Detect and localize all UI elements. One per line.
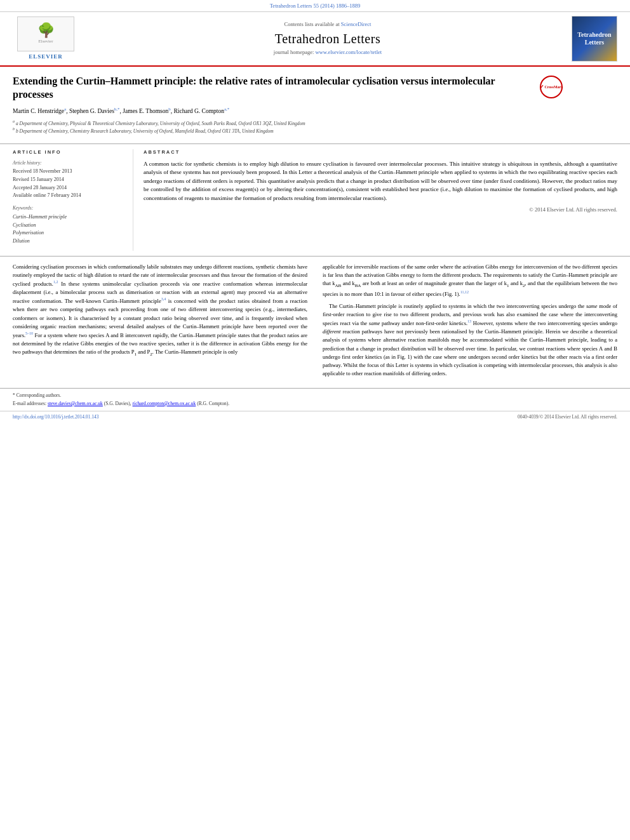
journal-homepage-link[interactable]: www.elsevier.com/locate/tetlet xyxy=(315,49,382,55)
keyword-2: Cyclisation xyxy=(13,222,123,230)
article-section: Extending the Curtin–Hammett principle: … xyxy=(0,67,630,144)
journal-header-center: Contents lists available at ScienceDirec… xyxy=(89,16,566,62)
doi-bar: http://dx.doi.org/10.1016/j.tetlet.2014.… xyxy=(0,411,630,423)
crossmark-badge: ✓CrossMark xyxy=(540,76,563,98)
abstract-label: ABSTRACT xyxy=(144,149,617,156)
keyword-3: Polymerisation xyxy=(13,229,123,237)
keywords-list: Curtin–Hammett principle Cyclisation Pol… xyxy=(13,213,123,246)
affiliations: a a Department of Chemistry, Physical & … xyxy=(13,119,617,135)
abstract-column: ABSTRACT A common tactic for synthetic c… xyxy=(133,149,617,251)
article-title: Extending the Curtin–Hammett principle: … xyxy=(13,74,533,102)
abstract-text: A common tactic for synthetic chemists i… xyxy=(144,160,617,203)
author-davies: Stephen G. Davies xyxy=(69,108,114,114)
keyword-4: Dilution xyxy=(13,237,123,246)
affiliation-b: b b Department of Chemistry, Chemistry R… xyxy=(13,126,617,135)
author-thomson: James E. Thomson xyxy=(123,108,168,114)
page: Tetrahedron Letters 55 (2014) 1886–1889 … xyxy=(0,0,630,840)
body-section: Considering cyclisation processes in whi… xyxy=(0,257,630,388)
affiliation-a: a a Department of Chemistry, Physical & … xyxy=(13,119,617,127)
keywords-label: Keywords: xyxy=(13,205,123,212)
journal-reference: Tetrahedron Letters 55 (2014) 1886–1889 xyxy=(270,3,360,9)
journal-name: Tetrahedron Letters xyxy=(89,30,566,48)
keywords-group: Keywords: Curtin–Hammett principle Cycli… xyxy=(13,205,123,246)
keyword-1: Curtin–Hammett principle xyxy=(13,213,123,222)
corresponding-note: * Corresponding authors. xyxy=(13,392,617,399)
sciencedirect-link: Contents lists available at ScienceDirec… xyxy=(89,21,566,29)
author-henstridge: Martin C. Henstridge xyxy=(13,108,64,114)
body-para-1: Considering cyclisation processes in whi… xyxy=(13,263,307,358)
elsevier-logo-box: 🌳 Elsevier xyxy=(17,17,74,51)
tetrahedron-logo: Tetrahedron Letters xyxy=(572,16,617,62)
article-info-column: ARTICLE INFO Article history: Received 1… xyxy=(13,149,133,251)
copyright-notice: © 2014 Elsevier Ltd. All rights reserved… xyxy=(144,206,617,214)
article-history: Article history: Received 18 November 20… xyxy=(13,160,123,201)
elsevier-text: ELSEVIER xyxy=(29,53,63,61)
footnotes: * Corresponding authors. E-mail addresse… xyxy=(0,388,630,411)
elsevier-tree-icon: 🌳 xyxy=(37,23,55,37)
email-addresses: E-mail addresses: steve.davies@chem.ox.a… xyxy=(13,401,617,408)
email1-link[interactable]: steve.davies@chem.ox.ac.uk xyxy=(48,401,103,406)
issn-text: 0040-4039/© 2014 Elsevier Ltd. All right… xyxy=(518,414,617,421)
received-date: Received 18 November 2013 Revised 15 Jan… xyxy=(13,168,123,200)
tetrahedron-logo-area: Tetrahedron Letters xyxy=(572,16,622,62)
body-column-left: Considering cyclisation processes in whi… xyxy=(13,263,315,382)
top-bar: Tetrahedron Letters 55 (2014) 1886–1889 xyxy=(0,0,630,12)
journal-header: 🌳 Elsevier ELSEVIER Contents lists avail… xyxy=(0,12,630,67)
email2-link[interactable]: richard.compton@chem.ox.ac.uk xyxy=(133,401,196,406)
body-para-2: applicable for irreversible reactions of… xyxy=(323,263,617,298)
history-label: Article history: xyxy=(13,160,123,167)
journal-homepage: journal homepage: www.elsevier.com/locat… xyxy=(89,49,566,57)
elsevier-logo: 🌳 Elsevier ELSEVIER xyxy=(17,17,74,61)
body-para-3: The Curtin–Hammett principle is routinel… xyxy=(323,302,617,378)
body-column-right: applicable for irreversible reactions of… xyxy=(315,263,617,382)
sciencedirect-anchor[interactable]: ScienceDirect xyxy=(341,21,372,27)
content-columns: ARTICLE INFO Article history: Received 1… xyxy=(0,144,630,257)
doi-link[interactable]: http://dx.doi.org/10.1016/j.tetlet.2014.… xyxy=(13,414,98,421)
elsevier-logo-area: 🌳 Elsevier ELSEVIER xyxy=(8,16,84,62)
authors-line: Martin C. Henstridgea, Stephen G. Davies… xyxy=(13,107,617,116)
article-info-label: ARTICLE INFO xyxy=(13,149,123,156)
author-compton: Richard G. Compton xyxy=(173,108,224,114)
